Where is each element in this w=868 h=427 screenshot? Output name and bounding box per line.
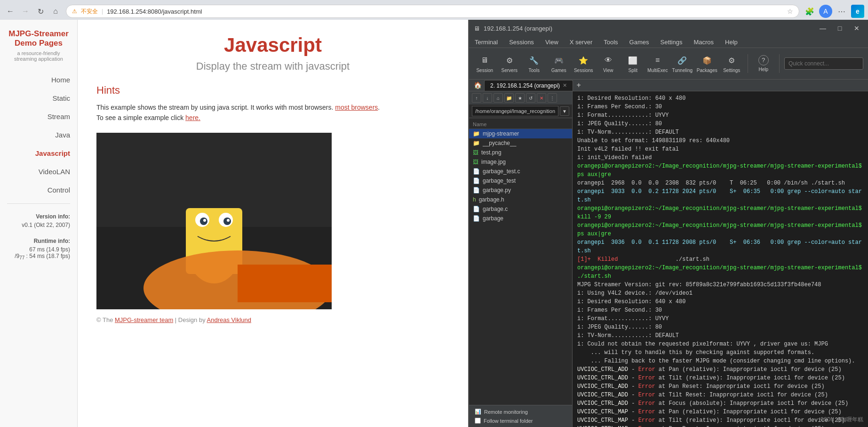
sidebar-item-java[interactable]: Java: [0, 126, 77, 144]
follow-terminal-item[interactable]: Follow terminal folder: [472, 416, 569, 425]
most-browsers-link[interactable]: most browsers: [335, 104, 378, 111]
split-icon: ⬜: [627, 54, 639, 66]
quick-connect-input[interactable]: [784, 57, 863, 70]
tool-tools[interactable]: 🔧 Tools: [523, 51, 545, 76]
left-panel: MJPG-Streamer Demo Pages a resource-frie…: [0, 20, 468, 427]
tool-split[interactable]: ⬜ Split: [622, 51, 644, 76]
file-item-garbage[interactable]: 📄 garbage: [469, 214, 572, 223]
file-item-test-png[interactable]: 🖼 test.png: [469, 148, 572, 157]
tool-session[interactable]: 🖥 Session: [474, 51, 496, 76]
file-browser: ↑ ↓ ⌂ 📁 ★ ↺ ✕ ⋮ ▼ Name: [469, 91, 573, 427]
menu-settings[interactable]: Settings: [655, 37, 688, 48]
toolbar-divider2: [779, 54, 780, 73]
sidebar-logo: MJPG-Streamer Demo Pages a resource-frie…: [0, 29, 77, 71]
file-btn-refresh[interactable]: ↺: [526, 93, 535, 103]
sidebar-item-home[interactable]: Home: [0, 71, 77, 89]
sidebar-item-stream[interactable]: Stream: [0, 108, 77, 125]
sidebar-item-static[interactable]: Static: [0, 89, 77, 107]
file-item-pycache[interactable]: 📁 __pycache__: [469, 138, 572, 148]
file-btn-bookmark[interactable]: ★: [515, 93, 525, 103]
term-line: i: Desired Resolution: 640 x 480: [577, 298, 863, 306]
file-btn-up[interactable]: ↑: [472, 93, 481, 103]
terminal-close[interactable]: ✕: [850, 23, 863, 34]
file-item-mjpg-streamer[interactable]: 📁 mjpg-streamer: [469, 129, 572, 138]
tool-sessions[interactable]: ⭐ Sessions: [573, 51, 595, 76]
file-btn-down[interactable]: ↓: [483, 93, 492, 103]
term-line: Unable to set format: 1498831189 res: 64…: [577, 137, 863, 145]
file-path-go-btn[interactable]: ▼: [560, 106, 569, 116]
forward-button[interactable]: →: [19, 5, 32, 18]
more-button[interactable]: ⋯: [835, 5, 848, 18]
servers-icon: ⚙: [503, 54, 516, 66]
file-path-input[interactable]: [472, 106, 558, 116]
tab-close-btn[interactable]: ✕: [563, 82, 567, 89]
term-line: i: Frames Per Second.: 30: [577, 103, 863, 111]
term-line: orangepi 3036 0.0 0.1 11728 2008 pts/0 S…: [577, 238, 863, 255]
file-btn-delete[interactable]: ✕: [537, 93, 546, 103]
menu-sessions[interactable]: Sessions: [503, 37, 540, 48]
sidebar-item-javascript[interactable]: Javascript: [0, 145, 77, 162]
file-btn-home[interactable]: ⌂: [494, 93, 503, 103]
tool-tunneling[interactable]: 🔗 Tunneling: [671, 51, 693, 76]
session-icon: 🖥: [478, 54, 491, 66]
menu-view[interactable]: View: [540, 37, 564, 48]
sidebar-item-videolan[interactable]: VideoLAN: [0, 163, 77, 180]
tools-icon: 🔧: [528, 54, 540, 66]
term-line: [1]+ Killed ./start.sh: [577, 255, 863, 264]
term-line: i: init_VideoIn failed: [577, 153, 863, 162]
menu-games[interactable]: Games: [624, 37, 655, 48]
menu-xserver[interactable]: X server: [564, 37, 598, 48]
mjpg-team-link[interactable]: MJPG-streamer team: [115, 316, 173, 323]
sidebar-item-control[interactable]: Control: [0, 181, 77, 199]
remote-monitoring-item[interactable]: 📊 Remote monitoring: [472, 407, 569, 416]
menu-help[interactable]: Help: [719, 37, 743, 48]
term-line: i: JPEG Quality......: 80: [577, 323, 863, 331]
folder-icon: 📁: [473, 140, 480, 146]
menu-macros[interactable]: Macros: [688, 37, 719, 48]
tool-help[interactable]: ? Help: [752, 51, 774, 76]
menu-terminal[interactable]: Terminal: [469, 37, 503, 48]
tool-multiexec[interactable]: ≡ MultiExec: [647, 51, 669, 76]
menu-tools[interactable]: Tools: [598, 37, 623, 48]
header-icon: h: [473, 196, 476, 203]
terminal-home-btn[interactable]: 🏠: [471, 80, 484, 91]
terminal-minimize[interactable]: —: [816, 23, 829, 34]
designer-link[interactable]: Andreas Viklund: [207, 316, 251, 323]
terminal-output[interactable]: i: Desired Resolution: 640 x 480 i: Fram…: [573, 91, 868, 427]
tool-games[interactable]: 🎮 Games: [548, 51, 570, 76]
image-icon: 🖼: [473, 159, 478, 165]
term-line: i: Using V4L2 device.: /dev/video1: [577, 289, 863, 298]
file-btn-more[interactable]: ⋮: [548, 93, 557, 103]
file-item-garbage-c[interactable]: 📄 garbage.c: [469, 204, 572, 214]
terminal-maximize[interactable]: □: [833, 23, 846, 34]
stream-svg: [96, 133, 332, 309]
back-button[interactable]: ←: [4, 5, 17, 18]
hints-text2: To see a simple example click here.: [96, 113, 449, 123]
tool-packages[interactable]: 📦 Packages: [696, 51, 718, 76]
file-item-image-jpg[interactable]: 🖼 image.jpg: [469, 157, 572, 167]
sidebar-logo-sub: a resource-friendlystreaming application: [5, 50, 72, 62]
address-bar[interactable]: ⚠ 不安全 | 192.168.1.254:8080/javascript.ht…: [66, 5, 799, 18]
terminal-tab-active[interactable]: 2. 192.168.1.254 (orangepi) ✕: [484, 80, 573, 91]
term-line: orangepi@orangepizero2:~/Image_recogniti…: [577, 204, 863, 221]
file-item-garbage-py[interactable]: 📄 garbage.py: [469, 185, 572, 195]
file-item-garbage-test-c[interactable]: 📄 garbage_test.c: [469, 167, 572, 176]
file-btn-folder[interactable]: 📁: [504, 93, 514, 103]
term-line: UVCIOC_CTRL_MAP - Error at Pan (relative…: [577, 408, 863, 416]
tool-settings[interactable]: ⚙ Settings: [721, 51, 743, 76]
star-icon[interactable]: ☆: [787, 8, 793, 15]
extensions-button[interactable]: 🧩: [803, 5, 816, 18]
file-item-garbage-h[interactable]: h garbage.h: [469, 195, 572, 204]
home-button[interactable]: ⌂: [49, 5, 62, 18]
tool-view[interactable]: 👁 View: [597, 51, 620, 76]
browser-actions: 🧩 A ⋯ e: [803, 5, 864, 18]
file-column-header: Name: [469, 120, 572, 129]
tool-servers[interactable]: ⚙ Servers: [499, 51, 521, 76]
profile-button[interactable]: A: [819, 5, 832, 18]
reload-button[interactable]: ↻: [34, 5, 47, 18]
here-link[interactable]: here.: [185, 114, 200, 121]
follow-terminal-checkbox[interactable]: [475, 418, 481, 424]
file-item-garbage-test[interactable]: 📄 garbage_test: [469, 176, 572, 185]
file-name: test.png: [481, 149, 502, 156]
tab-add-button[interactable]: +: [573, 80, 584, 91]
